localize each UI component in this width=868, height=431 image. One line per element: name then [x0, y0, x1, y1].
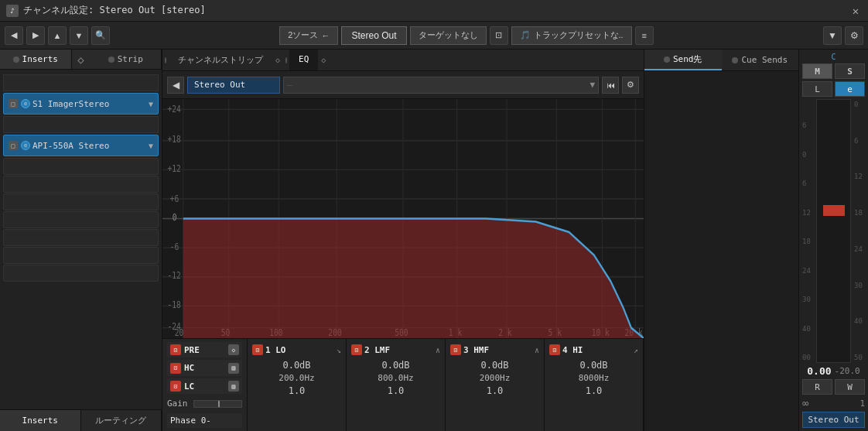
band-4-q[interactable]: 1.0	[586, 385, 603, 396]
send-tab[interactable]: Send先	[644, 50, 722, 70]
power-btn-2[interactable]: e	[21, 141, 30, 150]
close-button[interactable]: ✕	[849, 5, 862, 17]
gain-indicator	[218, 401, 220, 407]
menu-button[interactable]: ≡	[635, 26, 654, 45]
l-button[interactable]: L	[802, 81, 832, 97]
far-right-panel: C M S L e 6 0 6 12 18 24 30 40 00	[798, 50, 868, 431]
s-button[interactable]: S	[835, 63, 865, 79]
band-2-q[interactable]: 1.0	[388, 385, 405, 396]
eq-settings-btn[interactable]: ⚙	[622, 77, 639, 94]
lc-settings[interactable]: ▤	[228, 381, 239, 392]
lc-row: ⊡ LC ▤	[167, 378, 242, 394]
hc-power[interactable]: ⊡	[170, 363, 181, 374]
route-button[interactable]: ⊡	[490, 26, 508, 45]
svg-text:-12: -12	[167, 270, 180, 281]
dropdown-button[interactable]: ▼	[823, 26, 842, 45]
band-2-gain[interactable]: 0.0dB	[381, 360, 409, 371]
band-3-gain[interactable]: 0.0dB	[480, 360, 508, 371]
bottom-tab-routing[interactable]: ルーティング	[81, 410, 162, 431]
r-button[interactable]: R	[802, 379, 832, 395]
search-button[interactable]: 🔍	[91, 26, 110, 45]
pre-settings[interactable]: ◇	[228, 344, 239, 355]
inserts-add[interactable]: ◇	[72, 50, 91, 69]
bottom-tabs: Inserts ルーティング	[0, 409, 162, 431]
target-button[interactable]: ターゲットなし	[410, 26, 487, 45]
band-4-power[interactable]: ⊡	[549, 344, 560, 355]
fader-db: -20.0	[835, 366, 860, 376]
insert-item-1[interactable]: □ e S1 ImagerStereo ▼	[3, 93, 159, 115]
svg-text:+18: +18	[167, 134, 180, 145]
app-icon: ♪	[6, 5, 19, 17]
eq-band-2: ⊡ 2 LMF ∧ 0.0dB 800.0Hz 1.0	[347, 339, 446, 431]
back-button[interactable]: ◀	[5, 26, 23, 45]
band-3-power[interactable]: ⊡	[450, 344, 461, 355]
strip-center-tab[interactable]: チャンネルストリップ	[169, 50, 272, 70]
svg-text:+12: +12	[167, 163, 180, 174]
band-4-header: ⊡ 4 HI ↗	[549, 342, 638, 357]
power-btn-1[interactable]: e	[21, 99, 30, 108]
e-button[interactable]: e	[835, 81, 865, 97]
forward-button[interactable]: ▶	[26, 26, 45, 45]
ms-row: M S	[802, 63, 865, 79]
strip-name: Stereo Out	[187, 77, 280, 94]
toolbar: ◀ ▶ ▲ ▼ 🔍 2ソース ← Stereo Out ターゲットなし ⊡ 🎵 …	[0, 22, 868, 50]
lc-power[interactable]: ⊡	[170, 381, 181, 392]
fader-thumb[interactable]	[823, 205, 845, 216]
cue-sends-tab[interactable]: Cue Sends	[722, 50, 799, 70]
eq-bands: ⊡ PRE ◇ ⊡ HC ▤ ⊡ LC ▤ Gain	[162, 338, 644, 431]
w-button[interactable]: W	[835, 379, 865, 395]
fader-label: C	[831, 53, 836, 61]
strip-tab[interactable]: Strip	[91, 50, 162, 69]
m-button[interactable]: M	[802, 63, 832, 79]
link-row: ∞ 1	[802, 397, 865, 409]
link-icon: ∞	[802, 397, 808, 409]
hc-row: ⊡ HC ▤	[167, 360, 242, 375]
empty-insert-9	[3, 265, 159, 282]
pre-power-icon[interactable]: ⊡	[170, 344, 181, 355]
channel-name-bottom[interactable]: Stereo Out	[802, 412, 865, 428]
up-button[interactable]: ▲	[48, 26, 67, 45]
band-1-gain[interactable]: 0.0dB	[282, 360, 310, 371]
eq-prev-btn[interactable]: ⏮	[602, 77, 619, 94]
eq-center-tab[interactable]: EQ	[289, 50, 318, 70]
settings-button[interactable]: ⚙	[845, 26, 863, 45]
eq-band-3: ⊡ 3 HMF ∧ 0.0dB 2000Hz 1.0	[446, 339, 545, 431]
band-4-freq[interactable]: 8000Hz	[579, 373, 610, 383]
down-button[interactable]: ▼	[70, 26, 88, 45]
phase-row[interactable]: Phase 0-	[167, 413, 242, 428]
band-3-q[interactable]: 1.0	[487, 385, 504, 396]
svg-text:-18: -18	[167, 299, 180, 310]
band-2-freq[interactable]: 800.0Hz	[378, 373, 413, 383]
source-button[interactable]: 2ソース ←	[279, 26, 338, 45]
fader-area: 6 0 6 12 18 24 30 40 00 0 6 12 18 24 30 …	[802, 99, 865, 363]
strip-back-btn[interactable]: ◀	[167, 77, 184, 94]
strip-preset[interactable]: — ▼	[283, 77, 599, 94]
insert-item-2[interactable]: □ e API-550A Stereo ▼	[3, 135, 159, 156]
track-preset-button[interactable]: 🎵 トラックプリセットな..	[511, 26, 632, 45]
left-panel: Inserts ◇ Strip □ e S1 ImagerStereo ▼ □ …	[0, 50, 162, 431]
strip-tab-dot	[165, 57, 166, 63]
preset-arrow: ▼	[589, 80, 595, 90]
band-1-power[interactable]: ⊡	[252, 344, 263, 355]
eq-graph[interactable]: 20 50 100 200 500 1 k 2 k 5 k 10 k 20 k …	[162, 99, 644, 338]
band-1-header: ⊡ 1 LO ↘	[252, 342, 341, 357]
eq-band-pre: ⊡ PRE ◇ ⊡ HC ▤ ⊡ LC ▤ Gain	[162, 339, 248, 431]
inserts-tab[interactable]: Inserts	[0, 50, 72, 69]
empty-insert-3	[3, 158, 159, 175]
hc-settings[interactable]: ▤	[228, 363, 239, 374]
band-1-q[interactable]: 1.0	[289, 385, 306, 396]
band-3-freq[interactable]: 2000Hz	[480, 373, 511, 383]
gain-bar[interactable]	[193, 400, 242, 408]
band-1-freq[interactable]: 200.0Hz	[279, 373, 314, 383]
empty-insert-6	[3, 211, 159, 228]
band-4-gain[interactable]: 0.0dB	[579, 360, 607, 371]
bottom-tab-inserts[interactable]: Inserts	[0, 410, 81, 431]
link-count: 1	[859, 399, 865, 409]
channel-name-button[interactable]: Stereo Out	[341, 26, 406, 45]
empty-insert-8	[3, 247, 159, 264]
fader-value: 0.00	[807, 365, 831, 377]
fader-track[interactable]	[816, 99, 851, 363]
left-panel-tabs: Inserts ◇ Strip	[0, 50, 162, 70]
strip-section: ◀ Stereo Out — ▼ ⏮ ⚙	[162, 71, 644, 99]
band-2-power[interactable]: ⊡	[351, 344, 362, 355]
